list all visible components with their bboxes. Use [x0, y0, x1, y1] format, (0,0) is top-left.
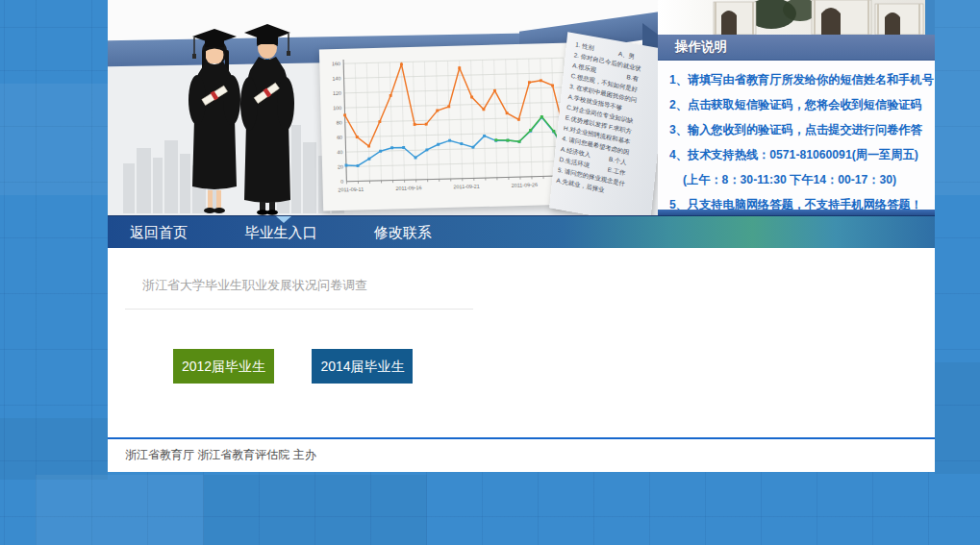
banner: 0204060801001201401602011-09-112011-09-1… [108, 0, 935, 215]
banner-chart-paper: 0204060801001201401602011-09-112011-09-1… [319, 43, 575, 211]
bg-tile [0, 84, 108, 195]
bg-tile [203, 475, 427, 545]
svg-text:160: 160 [332, 61, 340, 66]
nav-item-modify-contact[interactable]: 修改联系 [374, 216, 432, 248]
bg-tile [935, 0, 980, 195]
building-photo [658, 0, 935, 35]
button-2014-graduates[interactable]: 2014届毕业生 [312, 349, 413, 384]
title-divider [125, 309, 473, 310]
content-card: 0204060801001201401602011-09-112011-09-1… [108, 0, 935, 472]
svg-text:140: 140 [332, 75, 340, 81]
active-tab-caret-icon [276, 216, 291, 223]
footer-text: 浙江省教育厅 浙江省教育评估院 主办 [108, 439, 935, 472]
male-graduate [240, 24, 294, 215]
svg-text:40: 40 [337, 149, 342, 155]
instruction-item: 1、请填写由省教育厅所发给你的短信姓名和手机号 [658, 67, 935, 92]
button-2012-graduates[interactable]: 2012届毕业生 [173, 349, 274, 384]
svg-text:20: 20 [338, 163, 343, 169]
bg-tile [0, 418, 108, 480]
main-content: 浙江省大学毕业生职业发展状况问卷调查 2012届毕业生 2014届毕业生 [108, 248, 935, 437]
female-graduate [188, 29, 240, 213]
page-background: 0204060801001201401602011-09-112011-09-1… [0, 0, 980, 545]
banner-chart-svg: 0204060801001201401602011-09-112011-09-1… [319, 43, 575, 211]
instruction-item: 4、技术支持热线：0571-81060091(周一至周五) [658, 142, 935, 167]
graduates-photo [123, 2, 346, 215]
instruction-item: 3、输入您收到的验证码，点击提交进行问卷作答 [658, 117, 935, 142]
page-title: 浙江省大学毕业生职业发展状况问卷调查 [142, 277, 935, 294]
svg-text:2011-09-21: 2011-09-21 [453, 184, 479, 190]
svg-text:2011-09-11: 2011-09-11 [338, 186, 364, 193]
button-row: 2012届毕业生 2014届毕业生 [173, 349, 935, 384]
questionnaire-sheet: 1. 性别 A、男 2. 你对自己今后的就业状 A.很乐观 B.有 C.很悲观，… [549, 32, 668, 215]
svg-text:80: 80 [337, 119, 342, 125]
svg-text:60: 60 [337, 135, 342, 140]
svg-text:0: 0 [340, 179, 343, 185]
instruction-item: (上午：8：30-11:30 下午14：00-17：30) [658, 167, 935, 192]
bg-tile [36, 475, 204, 545]
svg-text:120: 120 [333, 90, 341, 96]
instructions-title: 操作说明 [658, 35, 935, 61]
instructions-panel: 操作说明 1、请填写由省教育厅所发给你的短信姓名和手机号 2、点击获取短信验证码… [658, 35, 935, 215]
svg-text:100: 100 [333, 105, 341, 111]
nav-item-home[interactable]: 返回首页 [130, 216, 188, 248]
svg-text:2011-09-16: 2011-09-16 [395, 185, 421, 191]
nav-bar: 返回首页 毕业生入口 修改联系 [108, 215, 935, 248]
instruction-item: 2、点击获取短信验证码，您将会收到短信验证码 [658, 92, 935, 117]
svg-text:2011-09-26: 2011-09-26 [512, 182, 538, 188]
bg-tile [935, 362, 980, 474]
